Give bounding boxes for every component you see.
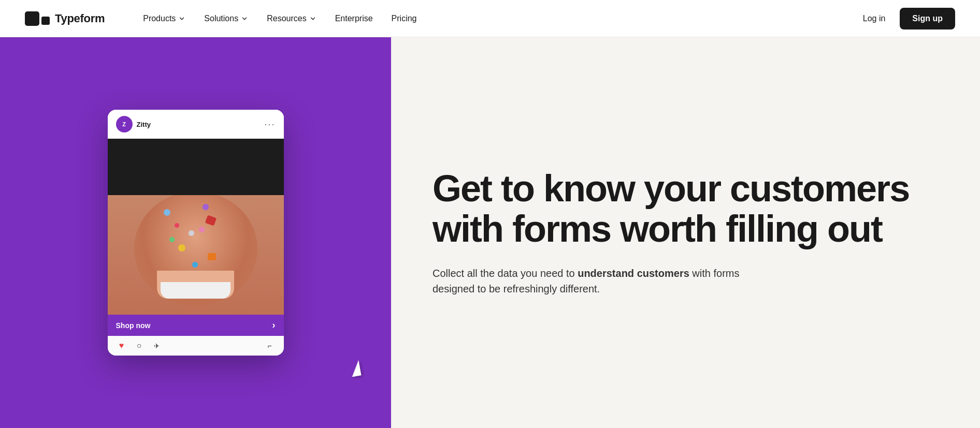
more-options-icon[interactable]: ··· [264,119,275,130]
nav-label-enterprise: Enterprise [335,14,373,23]
social-card: Z Zitty ··· [108,110,284,356]
action-icons-group: ♥ ○ ✈ [116,340,163,351]
hero-right-panel: Get to know your customers with forms wo… [391,37,980,428]
hero-left-panel: Z Zitty ··· [0,37,391,428]
chevron-down-icon [309,15,316,22]
nav-label-pricing: Pricing [392,14,417,23]
gem-decoration [208,253,216,260]
hero-headline: Get to know your customers with forms wo… [433,169,939,249]
nav-item-products[interactable]: Products [136,10,193,27]
mouth-area [157,271,235,299]
hair-fringe [108,139,284,195]
navigation: Typeform Products Solutions Resources En… [0,0,980,37]
logo-square-big [25,11,39,26]
nav-item-solutions[interactable]: Solutions [197,10,255,27]
share-icon[interactable]: ✈ [151,340,163,351]
shop-now-label[interactable]: Shop now [116,321,151,330]
gem-decoration [169,237,175,242]
social-card-actions: ♥ ○ ✈ ⌐ [108,336,284,356]
hero-subtext-prefix: Collect all the data you need to [433,268,578,279]
gem-decoration [203,204,209,210]
nav-item-enterprise[interactable]: Enterprise [328,10,380,27]
social-card-header: Z Zitty ··· [108,110,284,139]
chevron-down-icon [241,15,248,22]
gem-decoration [192,262,198,268]
nav-label-products: Products [143,14,176,23]
social-avatar: Z [116,116,133,132]
social-card-image [108,139,284,315]
teeth [161,282,230,299]
nav-label-resources: Resources [267,14,306,23]
nav-label-solutions: Solutions [204,14,238,23]
nav-item-pricing[interactable]: Pricing [384,10,424,27]
gem-decoration [178,244,185,252]
bookmark-icon[interactable]: ⌐ [264,340,276,351]
social-username: Zitty [137,121,151,128]
comment-icon[interactable]: ○ [134,340,145,351]
nav-links: Products Solutions Resources Enterprise … [136,10,853,27]
brand-name: Typeform [55,12,105,25]
next-arrow-icon[interactable]: › [272,320,276,331]
hero-subtext: Collect all the data you need to underst… [433,265,754,297]
signup-button[interactable]: Sign up [900,8,955,29]
gem-decoration [175,223,179,228]
social-card-footer: Shop now › [108,315,284,336]
hero-subtext-bold: understand customers [578,268,689,279]
chevron-down-icon [178,15,185,22]
cursor-arrow [350,360,362,377]
login-button[interactable]: Log in [853,9,896,28]
social-card-header-inner: Z Zitty [116,116,151,132]
logo-icon [25,11,50,26]
gem-decoration [189,230,194,236]
hero-section: Z Zitty ··· [0,37,980,428]
heart-icon[interactable]: ♥ [116,340,127,351]
nav-item-resources[interactable]: Resources [260,10,323,27]
logo-link[interactable]: Typeform [25,11,105,26]
nav-actions: Log in Sign up [853,8,955,29]
logo-square-small [41,17,50,25]
